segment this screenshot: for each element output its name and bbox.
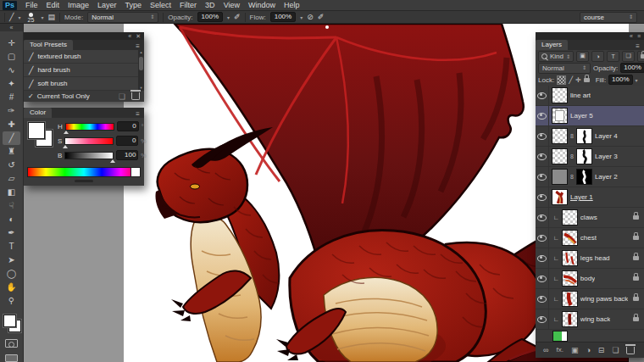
panel-menu-icon[interactable]: ≡ — [136, 42, 140, 50]
menu-layer[interactable]: Layer — [97, 0, 117, 11]
menu-help[interactable]: Help — [284, 0, 300, 11]
color-swatches[interactable] — [3, 315, 20, 331]
color-spectrum-ramp[interactable] — [27, 167, 141, 177]
layer-name[interactable]: Layer 2 — [595, 173, 618, 181]
menu-type[interactable]: Type — [125, 0, 142, 11]
menu-window[interactable]: Window — [248, 0, 275, 11]
visibility-toggle[interactable] — [536, 309, 549, 329]
close-panel-icon[interactable]: ✕ — [136, 32, 141, 40]
brush-tool[interactable]: ╱ — [3, 131, 20, 145]
brightness-value[interactable]: 100 — [116, 150, 138, 160]
mask-link-icon[interactable]: 8 — [570, 133, 574, 139]
panel-menu-icon[interactable]: ≡ — [636, 42, 640, 50]
layers-opacity-value[interactable]: 100% — [620, 63, 644, 73]
layer-name[interactable]: wing back — [580, 315, 611, 323]
clone-stamp-tool[interactable]: ♜ — [3, 145, 20, 159]
preset-hard-brush[interactable]: ╱ hard brush — [24, 64, 144, 77]
link-layers-icon[interactable]: ∞ — [543, 343, 548, 358]
current-tool-only-label[interactable]: Current Tool Only — [37, 92, 90, 100]
dodge-tool[interactable]: ◐ — [3, 213, 20, 226]
path-selection-tool[interactable]: ➤ — [3, 253, 20, 267]
layer-thumbnail[interactable] — [562, 230, 578, 246]
dropdown-icon[interactable]: ▾ — [636, 77, 638, 83]
brush-picker-dropdown-icon[interactable]: ▾ — [41, 14, 43, 20]
saturation-slider[interactable] — [64, 137, 114, 145]
tab-tool-presets[interactable]: Tool Presets — [24, 40, 73, 50]
move-tool[interactable]: ✛ — [3, 36, 20, 50]
menu-view[interactable]: View — [224, 0, 240, 11]
gradient-tool[interactable]: ◧ — [3, 186, 20, 199]
hue-slider[interactable] — [65, 123, 114, 131]
layer-thumbnail[interactable] — [552, 108, 568, 124]
tools-collapse-icon[interactable]: « — [0, 24, 23, 31]
adjustment-layer-icon[interactable]: ◑ — [586, 343, 590, 358]
filter-type-layers-icon[interactable]: T — [607, 51, 619, 62]
check-icon[interactable]: ✓ — [28, 92, 34, 100]
layer-thumbnail[interactable] — [562, 311, 578, 327]
blend-mode-select[interactable]: Normal ⇕ — [87, 12, 158, 23]
magic-wand-tool[interactable]: ✦ — [3, 77, 20, 91]
healing-brush-tool[interactable]: ✚ — [3, 118, 20, 131]
menu-edit[interactable]: Edit — [47, 0, 60, 11]
lock-all-icon[interactable] — [584, 78, 590, 82]
new-layer-icon[interactable]: ❏ — [612, 343, 619, 358]
layer-row-wing-paws-back[interactable]: ∟ wing paws back — [536, 289, 644, 309]
tab-color[interactable]: Color — [24, 108, 52, 118]
foreground-color-swatch[interactable] — [3, 315, 16, 327]
saturation-slider-marker[interactable] — [63, 145, 68, 148]
new-preset-icon[interactable]: ❏ — [119, 92, 125, 101]
layer-name[interactable]: line art — [570, 92, 591, 99]
layer-thumbnail[interactable] — [552, 189, 568, 205]
layer-mask-thumbnail[interactable] — [576, 128, 592, 144]
menu-file[interactable]: File — [25, 0, 38, 11]
filter-kind-select[interactable]: Kind ⇕ — [538, 51, 574, 62]
lock-pixels-icon[interactable]: ╱ — [569, 76, 573, 84]
lasso-tool[interactable]: ∿ — [3, 64, 20, 77]
visibility-toggle[interactable] — [536, 269, 549, 288]
layer-name[interactable]: Layer 1 — [570, 193, 593, 201]
flow-dropdown-icon[interactable]: ▾ — [300, 14, 303, 20]
delete-layer-icon[interactable] — [626, 347, 635, 354]
panel-menu-icon[interactable]: ≡ — [136, 110, 140, 118]
layer-row-partial[interactable] — [536, 330, 644, 342]
visibility-toggle[interactable] — [536, 126, 549, 146]
quick-mask-button[interactable] — [5, 339, 18, 348]
preset-textured-brush[interactable]: ╱ textured brush — [24, 50, 144, 64]
crop-tool[interactable]: # — [3, 91, 20, 104]
layer-mask-thumbnail[interactable] — [576, 148, 592, 164]
smudge-tool[interactable]: ☟ — [3, 199, 20, 213]
lock-position-icon[interactable]: ✛ — [575, 76, 581, 84]
visibility-toggle[interactable] — [536, 208, 549, 227]
layer-thumbnail[interactable] — [562, 250, 578, 266]
layer-row-wing-back[interactable]: ∟ wing back — [536, 309, 644, 330]
foreground-color-swatch[interactable] — [28, 122, 45, 139]
visibility-toggle[interactable] — [536, 289, 549, 309]
filter-pixel-layers-icon[interactable]: ▣ — [576, 51, 589, 62]
collapse-panel-icon[interactable]: « — [630, 32, 633, 40]
layer-row-layer-5[interactable]: Layer 5 — [536, 106, 644, 126]
flow-input[interactable]: 100% — [270, 12, 296, 22]
collapse-panel-icon[interactable]: « — [128, 32, 131, 40]
opacity-dropdown-icon[interactable]: ▾ — [227, 14, 230, 20]
brush-preset-picker[interactable]: 25 — [25, 13, 36, 22]
hue-slider-marker[interactable] — [64, 131, 69, 134]
layer-row-claws[interactable]: ∟ claws — [536, 208, 644, 228]
type-tool[interactable]: T — [3, 240, 20, 253]
saturation-value[interactable]: 0 — [116, 136, 138, 146]
brightness-slider-marker[interactable] — [110, 159, 115, 163]
toggle-brush-panel-icon[interactable]: ▤ — [47, 12, 55, 23]
airbrush-icon[interactable]: ⊘ — [307, 12, 314, 23]
fill-value[interactable]: 100% — [608, 75, 632, 85]
mask-link-icon[interactable]: 8 — [570, 153, 574, 159]
filter-shape-layers-icon[interactable]: ❏ — [622, 51, 635, 62]
eyedropper-tool[interactable]: ✑ — [3, 104, 20, 118]
add-layer-mask-icon[interactable]: ▣ — [571, 343, 579, 358]
layer-name[interactable]: Layer 4 — [595, 132, 618, 140]
lock-transparency-icon[interactable] — [557, 75, 566, 85]
layer-thumbnail[interactable] — [552, 169, 568, 185]
pen-tool[interactable]: ✒ — [3, 226, 20, 240]
menu-select[interactable]: Select — [150, 0, 171, 11]
mask-link-icon[interactable]: 8 — [570, 174, 574, 180]
visibility-toggle[interactable] — [536, 147, 549, 166]
panel-menu-icon[interactable]: ≡ — [637, 32, 641, 40]
